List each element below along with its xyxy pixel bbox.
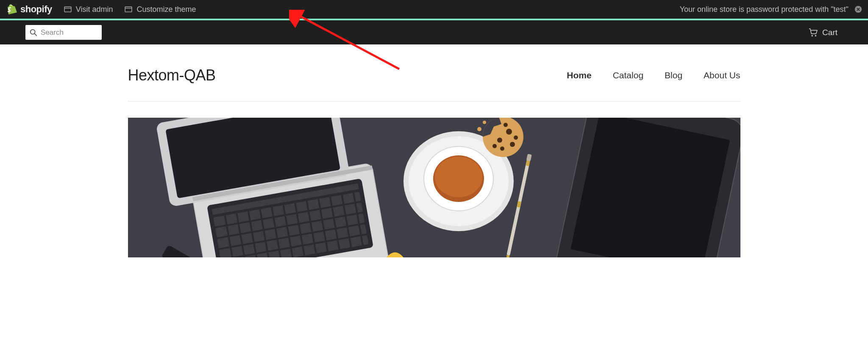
cart-label: Cart [822, 28, 837, 37]
svg-point-46 [506, 129, 512, 135]
customize-theme-link[interactable]: Customize theme [125, 5, 196, 14]
shopify-logo[interactable]: shopify [8, 4, 52, 15]
svg-point-8 [815, 35, 816, 36]
svg-rect-2 [125, 7, 132, 12]
svg-rect-61 [570, 118, 730, 257]
nav-catalog[interactable]: Catalog [613, 70, 643, 80]
svg-point-50 [504, 123, 508, 127]
nav-about[interactable]: About Us [704, 70, 740, 80]
nav-home[interactable]: Home [567, 70, 591, 80]
svg-point-52 [477, 127, 481, 131]
svg-point-47 [510, 142, 515, 147]
svg-rect-0 [64, 7, 71, 12]
svg-point-7 [812, 35, 813, 36]
search-box[interactable] [25, 25, 102, 40]
svg-point-45 [497, 138, 502, 143]
hero-image [128, 118, 740, 257]
svg-point-5 [31, 29, 35, 34]
store-name[interactable]: Hextom-QAB [128, 66, 216, 84]
window-icon [64, 6, 72, 12]
customize-theme-label: Customize theme [136, 5, 196, 14]
nav-blog[interactable]: Blog [665, 70, 682, 80]
store-utility-bar: Cart [0, 20, 868, 44]
visit-admin-label: Visit admin [76, 5, 113, 14]
svg-point-49 [514, 135, 518, 140]
search-input[interactable] [41, 25, 97, 40]
shopify-bag-icon [8, 4, 17, 14]
main-nav: Home Catalog Blog About Us [567, 70, 740, 80]
password-notice: Your online store is password protected … [680, 5, 862, 14]
svg-point-51 [492, 144, 497, 148]
window-icon [125, 6, 132, 12]
shopify-word: shopify [20, 4, 52, 15]
shopify-admin-bar: shopify Visit admin Customize theme Your… [0, 0, 868, 19]
svg-point-48 [500, 146, 504, 151]
store-header: Hextom-QAB Home Catalog Blog About Us [128, 44, 740, 102]
svg-point-53 [483, 121, 486, 124]
hero-illustration [128, 118, 740, 257]
cart-link[interactable]: Cart [809, 28, 837, 37]
search-icon [30, 29, 37, 36]
cart-icon [809, 28, 818, 37]
svg-point-43 [435, 157, 482, 197]
close-icon[interactable] [854, 6, 862, 13]
svg-line-6 [35, 33, 37, 36]
password-notice-text: Your online store is password protected … [680, 5, 849, 14]
visit-admin-link[interactable]: Visit admin [64, 5, 113, 14]
